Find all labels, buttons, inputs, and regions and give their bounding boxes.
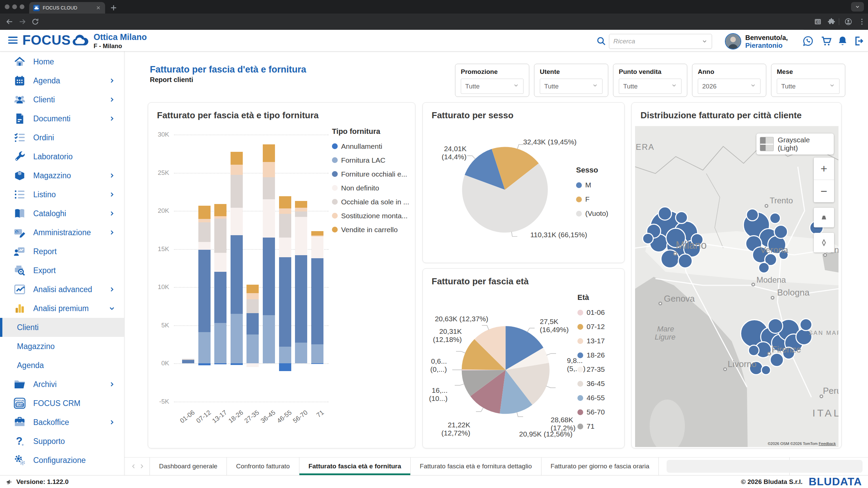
map-bubble-verona[interactable]	[758, 262, 770, 273]
bar-segment-13-17-vendite-in-carrello[interactable]	[214, 204, 226, 216]
extensions-puzzle-icon[interactable]	[827, 18, 835, 26]
bar-segment-13-17-fornitura-lac[interactable]	[214, 323, 226, 363]
zoom-out-button[interactable]: −	[814, 180, 834, 202]
sidebar-item-laboratorio[interactable]: Laboratorio	[0, 147, 124, 166]
bar-segment-18-26-non-definito[interactable]	[231, 208, 243, 235]
sidebar-item-configurazione[interactable]: Configurazione	[0, 451, 124, 470]
cart-icon[interactable]	[821, 35, 832, 47]
map-bubble-milano[interactable]	[658, 206, 672, 221]
bar-segment-36-45-vendite-in-carrello[interactable]	[263, 144, 275, 162]
sidebar-item-clienti[interactable]: Clienti	[0, 90, 124, 109]
legend-item-27-35[interactable]: 27-35	[577, 362, 605, 377]
bar-segment-71-non-definito[interactable]	[311, 237, 323, 258]
forward-icon[interactable]	[18, 18, 26, 26]
legend-item-vendite-in-carrello[interactable]: Vendite in carrello	[332, 223, 413, 237]
search-chevron-down-icon[interactable]	[702, 38, 708, 44]
search-box[interactable]	[609, 34, 712, 49]
legend-item-07-12[interactable]: 07-12	[577, 320, 605, 334]
bar-segment-27-35-non-definito[interactable]	[246, 363, 259, 367]
legend-item-occhiale-da-sole-in[interactable]: Occhiale da sole in ...	[332, 195, 413, 209]
bar-segment-18-26-vendite-in-carrello[interactable]	[231, 152, 243, 165]
bar-segment-07-12-sostituzione-monta[interactable]	[198, 219, 211, 222]
bar-segment-27-35-occhiale-da-sole-in[interactable]	[246, 299, 259, 313]
filter-select-promozione[interactable]: Tutte	[461, 79, 524, 94]
legend-item-46-55[interactable]: 46-55	[577, 391, 605, 405]
bar-segment-01-06-forniture-occhiali-e[interactable]	[182, 360, 194, 363]
bar-segment-46-55-annullamenti[interactable]	[279, 363, 291, 371]
bar-segment-07-12-vendite-in-carrello[interactable]	[198, 206, 211, 219]
bar-segment-13-17-forniture-occhiali-e[interactable]	[214, 272, 226, 323]
bar-segment-56-70-forniture-occhiali-e[interactable]	[295, 255, 307, 343]
bar-segment-71-forniture-occhiali-e[interactable]	[311, 258, 323, 344]
bar-segment-71-fornitura-lac[interactable]	[311, 344, 323, 363]
bar-segment-07-12-fornitura-lac[interactable]	[198, 332, 211, 363]
legend-item-vuoto[interactable]: (Vuoto)	[576, 206, 608, 221]
browser-menu-kebab-icon[interactable]	[858, 18, 866, 26]
bar-segment-46-55-occhiale-da-sole-in[interactable]	[279, 214, 291, 238]
bar-segment-36-45-non-definito[interactable]	[263, 199, 275, 238]
sidebar-item-analisi-advanced[interactable]: Analisi advanced	[0, 280, 124, 299]
bar-segment-27-35-sostituzione-monta[interactable]	[246, 293, 259, 299]
legend-item-m[interactable]: M	[576, 178, 608, 192]
sidebar-item-focus-crm[interactable]: FOCUSCRMFOCUS CRM	[0, 394, 124, 413]
map-bubble-verona[interactable]	[774, 225, 788, 239]
window-close-icon[interactable]	[5, 4, 9, 9]
bar-segment-46-55-fornitura-lac[interactable]	[279, 347, 291, 364]
bar-segment-18-26-annullamenti[interactable]	[231, 363, 243, 365]
zoom-in-button[interactable]: +	[814, 158, 834, 180]
bar-segment-01-06-occhiale-da-sole-in[interactable]	[182, 359, 194, 360]
bar-segment-07-12-forniture-occhiali-e[interactable]	[198, 250, 211, 332]
menu-hamburger-icon[interactable]	[8, 37, 18, 44]
report-tab-fatturato-per-giorno-e-fascia-oraria[interactable]: Fatturato per giorno e fascia oraria	[541, 458, 659, 475]
sidebar-item-listino[interactable]: Listino	[0, 185, 124, 204]
map-bubble-milano[interactable]	[678, 253, 693, 268]
legend-item-non-definito[interactable]: Non definito	[332, 181, 413, 195]
bar-segment-36-45-fornitura-lac[interactable]	[263, 315, 275, 363]
tab-search-chevron-icon[interactable]	[851, 2, 864, 12]
basemap-selector[interactable]: Grayscale (Light)	[756, 134, 834, 155]
legend-item-annullamenti[interactable]: Annullamenti	[332, 139, 413, 153]
window-maximize-icon[interactable]	[20, 4, 24, 9]
bar-segment-07-12-non-definito[interactable]	[198, 242, 211, 250]
sidebar-item-report[interactable]: Report	[0, 242, 124, 261]
sidebar-item-home[interactable]: Home	[0, 52, 124, 71]
focus-logo[interactable]: FOCUS	[22, 33, 89, 48]
bar-segment-36-45-sostituzione-monta[interactable]	[263, 162, 275, 177]
sidebar-item-magazzino[interactable]: Magazzino	[0, 166, 124, 185]
reload-icon[interactable]	[31, 18, 39, 26]
map-bubble-firenze[interactable]	[770, 353, 784, 367]
legend-item-71[interactable]: 71	[577, 419, 605, 433]
notifications-bell-icon[interactable]	[837, 35, 848, 47]
bar-segment-36-45-occhiale-da-sole-in[interactable]	[263, 177, 275, 199]
bar-segment-13-17-sostituzione-monta[interactable]	[214, 216, 226, 219]
sidebar-item-archivi[interactable]: Archivi	[0, 375, 124, 394]
locate-button[interactable]	[814, 233, 834, 252]
logout-icon[interactable]	[853, 35, 865, 47]
bar-segment-56-70-vendite-in-carrello[interactable]	[295, 201, 307, 208]
browser-tab[interactable]: FOCUS FOCUS CLOUD	[29, 2, 105, 14]
legend-item-01-06[interactable]: 01-06	[577, 305, 605, 320]
map-bubble-firenze[interactable]	[748, 345, 760, 356]
filter-select-anno[interactable]: 2026	[698, 79, 761, 94]
tab-prev-icon[interactable]	[131, 463, 137, 469]
user-name[interactable]: Pierantonio	[745, 42, 788, 49]
sidebar-item-export[interactable]: Export	[0, 261, 124, 280]
profile-icon[interactable]	[844, 18, 852, 26]
legend-item-sostituzione-monta[interactable]: Sostituzione monta...	[332, 209, 413, 223]
sidebar-item-backoffice[interactable]: Backoffice	[0, 413, 124, 432]
whatsapp-icon[interactable]	[802, 35, 814, 47]
report-tab-confronto-fatturato[interactable]: Confronto fatturato	[226, 458, 299, 475]
map-bubble-verona[interactable]	[769, 212, 781, 224]
window-minimize-icon[interactable]	[12, 4, 17, 9]
filter-select-mese[interactable]: Tutte	[777, 79, 840, 94]
map-canvas[interactable]: Grayscale (Light) + − ©2026 OSM ©2026 To…	[635, 126, 839, 447]
bar-segment-27-35-fornitura-lac[interactable]	[246, 334, 259, 364]
new-tab-button[interactable]	[109, 3, 118, 12]
map-bubble-milano[interactable]	[642, 233, 654, 244]
legend-item-forniture-occhiali-e[interactable]: Forniture occhiali e...	[332, 167, 413, 181]
legend-item-f[interactable]: F	[576, 192, 608, 206]
bar-segment-46-55-forniture-occhiali-e[interactable]	[279, 257, 291, 346]
sidebar-item-clienti[interactable]: Clienti	[0, 318, 124, 337]
bar-segment-56-70-non-definito[interactable]	[295, 217, 307, 255]
legend-item-18-26[interactable]: 18-26	[577, 348, 605, 362]
